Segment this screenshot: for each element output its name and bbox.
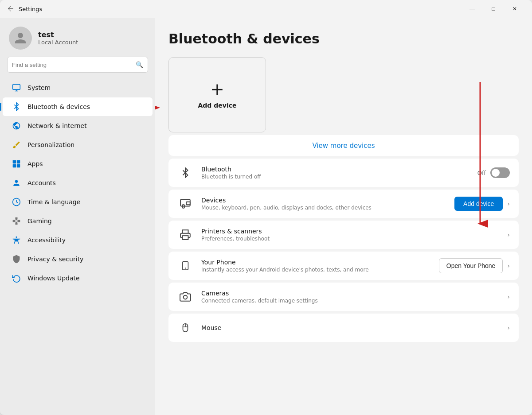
cameras-list-icon <box>177 289 193 305</box>
cameras-item-title: Cameras <box>201 290 499 297</box>
personalization-label: Personalization <box>27 141 74 148</box>
open-phone-button[interactable]: Open Your Phone <box>439 258 503 273</box>
devices-list-item[interactable]: Devices Mouse, keyboard, pen, audio, dis… <box>168 190 519 218</box>
add-device-card-label: Add device <box>198 102 237 109</box>
gaming-label: Gaming <box>27 217 52 225</box>
phone-item-title: Your Phone <box>201 259 431 266</box>
svg-rect-4 <box>17 160 20 164</box>
settings-window: Settings — □ ✕ test Local Account <box>0 0 532 415</box>
maximize-button[interactable]: □ <box>483 2 504 16</box>
accessibility-label: Accessibility <box>27 237 66 244</box>
phone-item-text: Your Phone Instantly access your Android… <box>201 259 431 273</box>
window-title: Settings <box>19 6 42 12</box>
toggle-knob <box>492 169 500 177</box>
phone-list-icon <box>177 258 193 274</box>
add-device-card[interactable]: + Add device <box>168 57 266 132</box>
minimize-button[interactable]: — <box>462 2 482 16</box>
devices-item-subtitle: Mouse, keyboard, pen, audio, displays an… <box>201 205 446 211</box>
time-label: Time & language <box>27 198 80 206</box>
back-icon[interactable] <box>7 5 14 12</box>
phone-list-item[interactable]: Your Phone Instantly access your Android… <box>168 252 519 280</box>
printers-item-text: Printers & scanners Preferences, trouble… <box>201 228 499 242</box>
sidebar-item-gaming[interactable]: Gaming <box>3 212 153 230</box>
svg-rect-15 <box>183 236 188 240</box>
personalization-icon <box>12 140 21 150</box>
cameras-item-subtitle: Connected cameras, default image setting… <box>201 298 499 304</box>
main-content: Bluetooth & devices <box>155 18 532 415</box>
user-section: test Local Account <box>0 18 155 57</box>
mouse-item-text: Mouse <box>201 324 499 331</box>
horizontal-arrow <box>155 97 162 119</box>
cameras-item-text: Cameras Connected cameras, default image… <box>201 290 499 304</box>
devices-item-text: Devices Mouse, keyboard, pen, audio, dis… <box>201 197 446 211</box>
system-label: System <box>27 84 51 91</box>
printers-list-item[interactable]: Printers & scanners Preferences, trouble… <box>168 221 519 249</box>
bluetooth-item-text: Bluetooth Bluetooth is turned off <box>201 166 469 180</box>
add-device-button[interactable]: Add device <box>454 197 503 211</box>
printers-list-icon <box>177 227 193 243</box>
nav-items: System Bluetooth & devices <box>0 78 155 415</box>
user-type: Local Account <box>38 39 78 46</box>
search-box[interactable]: 🔍 <box>7 57 148 73</box>
svg-rect-3 <box>13 160 16 164</box>
user-name: test <box>38 31 78 39</box>
accounts-label: Accounts <box>27 179 56 186</box>
accessibility-icon <box>12 235 21 245</box>
printers-item-title: Printers & scanners <box>201 228 499 235</box>
phone-action: Open Your Phone › <box>439 258 510 273</box>
devices-list-icon <box>177 196 193 212</box>
bluetooth-item-title: Bluetooth <box>201 166 469 173</box>
printers-item-subtitle: Preferences, troubleshoot <box>201 236 499 242</box>
mouse-item-title: Mouse <box>201 324 499 331</box>
accounts-icon <box>12 178 21 188</box>
view-more-text: View more devices <box>312 142 375 150</box>
network-label: Network & internet <box>27 122 87 129</box>
cameras-action: › <box>507 293 510 300</box>
avatar <box>9 27 32 50</box>
apps-icon <box>12 159 21 169</box>
sidebar-item-network[interactable]: Network & internet <box>3 116 153 135</box>
view-more-card[interactable]: View more devices <box>168 135 519 156</box>
apps-label: Apps <box>27 160 43 167</box>
cameras-list-item[interactable]: Cameras Connected cameras, default image… <box>168 283 519 311</box>
devices-item-title: Devices <box>201 197 446 204</box>
update-icon <box>12 273 21 283</box>
system-icon <box>12 83 21 93</box>
update-label: Windows Update <box>27 275 80 282</box>
sidebar-item-accessibility[interactable]: Accessibility <box>3 231 153 249</box>
time-icon <box>12 197 21 207</box>
sidebar-item-system[interactable]: System <box>3 78 153 97</box>
mouse-list-item[interactable]: Mouse › <box>168 314 519 342</box>
sidebar-item-personalization[interactable]: Personalization <box>3 136 153 154</box>
sidebar-item-bluetooth[interactable]: Bluetooth & devices <box>3 97 153 116</box>
bluetooth-list-item[interactable]: Bluetooth Bluetooth is turned off Off <box>168 159 519 187</box>
printers-chevron-icon: › <box>507 231 510 238</box>
svg-rect-6 <box>17 164 20 168</box>
user-info: test Local Account <box>38 31 78 46</box>
network-icon <box>12 121 21 131</box>
close-button[interactable]: ✕ <box>505 2 525 16</box>
phone-chevron-icon: › <box>507 262 510 269</box>
search-input[interactable] <box>12 62 136 68</box>
printers-action: › <box>507 231 510 238</box>
gaming-icon <box>12 216 21 226</box>
search-icon: 🔍 <box>136 61 143 68</box>
add-device-plus-icon: + <box>210 81 224 97</box>
sidebar-item-update[interactable]: Windows Update <box>3 269 153 287</box>
sidebar-item-accounts[interactable]: Accounts <box>3 174 153 192</box>
sidebar-item-privacy[interactable]: Privacy & security <box>3 250 153 268</box>
titlebar-controls: — □ ✕ <box>462 2 525 16</box>
devices-action: Add device › <box>454 197 510 211</box>
mouse-chevron-icon: › <box>507 324 510 331</box>
content-area: test Local Account 🔍 <box>0 18 532 415</box>
page-title: Bluetooth & devices <box>168 31 519 47</box>
sidebar: test Local Account 🔍 <box>0 18 155 415</box>
sidebar-item-time[interactable]: Time & language <box>3 193 153 211</box>
bluetooth-toggle[interactable] <box>490 167 510 178</box>
sidebar-item-apps[interactable]: Apps <box>3 155 153 173</box>
svg-rect-14 <box>186 202 190 205</box>
bluetooth-icon <box>12 102 21 112</box>
cameras-chevron-icon: › <box>507 293 510 300</box>
privacy-icon <box>12 254 21 264</box>
bluetooth-list-icon <box>177 165 193 181</box>
